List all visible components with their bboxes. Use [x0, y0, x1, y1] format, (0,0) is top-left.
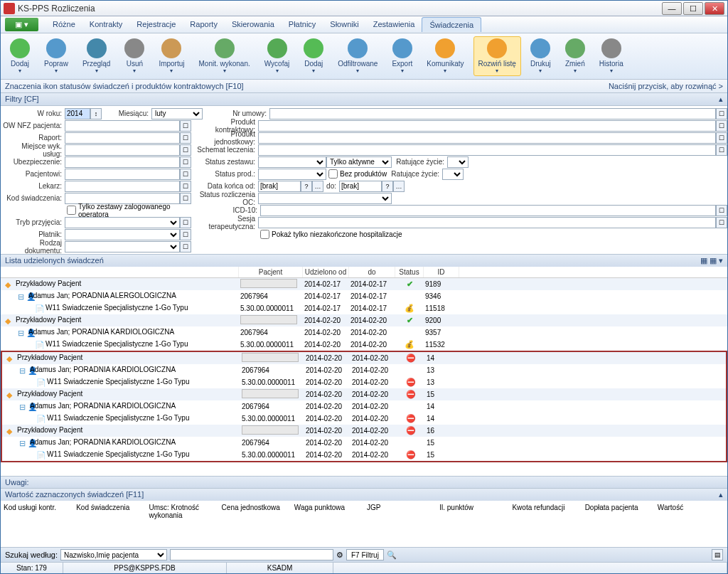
raport-input[interactable] — [65, 132, 180, 144]
filter-button[interactable]: F7 Filtruj — [346, 549, 384, 560]
ownfz-clear[interactable]: ☐ — [180, 120, 191, 132]
rodzajdok-clear[interactable]: ☐ — [180, 241, 191, 253]
prodkontr-input[interactable] — [258, 120, 716, 132]
close-button[interactable]: ✕ — [705, 2, 724, 15]
menu-świadczenia[interactable]: Świadczenia — [422, 17, 481, 32]
dataod-input[interactable] — [258, 181, 301, 192]
value-collapse[interactable]: ▴ — [719, 490, 723, 499]
list-row[interactable]: ⊟ 👤Adamus Jan; PORADNIA KARDIOLOGICZNA20… — [2, 437, 726, 449]
tool-rozwiń-listę[interactable]: Rozwiń listę▾ — [473, 36, 521, 76]
platnik-clear[interactable]: ☐ — [180, 229, 191, 240]
pacjent-clear[interactable]: ☐ — [180, 169, 191, 180]
prodjedn-input[interactable] — [258, 132, 716, 144]
info-right[interactable]: Naciśnij przycisk, aby rozwinąć > — [609, 82, 723, 90]
file-menu-button[interactable]: ▣ ▾ — [5, 18, 38, 31]
year-stepper[interactable]: ↕ — [90, 108, 102, 119]
rodzajdok-select[interactable] — [65, 241, 180, 253]
list-row[interactable]: ◆Przykładowy Pacjent2014-02-202014-02-20… — [2, 352, 726, 364]
lekarz-input[interactable] — [65, 181, 180, 192]
list-row[interactable]: ⊟ 👤Adamus Jan; PORADNIA KARDIOLOGICZNA20… — [2, 400, 726, 413]
raport-clear[interactable]: ☐ — [180, 132, 191, 144]
maximize-button[interactable]: ☐ — [683, 2, 703, 15]
menu-słowniki[interactable]: Słowniki — [323, 17, 365, 32]
search-mode-select[interactable]: Nazwisko,Imię pacjenta — [60, 549, 167, 560]
schemat-clear[interactable]: ☐ — [716, 144, 727, 156]
tool-historia[interactable]: Historia▾ — [594, 36, 628, 76]
list-row[interactable]: ⊟ 👤Adamus Jan; PORADNIA KARDIOLOGICZNA20… — [1, 326, 727, 339]
prodkontr-clear[interactable]: ☐ — [716, 120, 727, 132]
prodjedn-clear[interactable]: ☐ — [716, 132, 727, 144]
trybprz-select[interactable] — [65, 217, 180, 228]
menu-różne[interactable]: Różne — [46, 17, 82, 32]
datado-help[interactable]: ? — [382, 181, 393, 192]
sesjater-input[interactable] — [258, 217, 716, 228]
tool-dodaj[interactable]: Dodaj▾ — [299, 36, 328, 76]
ubezp-input[interactable] — [65, 156, 180, 168]
list-view-buttons[interactable]: ▦ ▦ ▾ — [700, 256, 723, 265]
trybprz-clear[interactable]: ☐ — [180, 217, 191, 228]
ratujace-select[interactable] — [447, 156, 469, 168]
nrumowy-clear[interactable]: ☐ — [716, 108, 727, 119]
menu-skierowania[interactable]: Skierowania — [225, 17, 282, 32]
list-row[interactable]: ◆Przykładowy Pacjent2014-02-202014-02-20… — [1, 314, 727, 326]
list-row[interactable]: 📄W11 Świadczenie Specjalistyczne 1-Go Ty… — [2, 449, 726, 461]
list-row[interactable]: ◆Przykładowy Pacjent2014-02-202014-02-20… — [2, 388, 726, 400]
datado-pick[interactable]: … — [393, 181, 405, 192]
dataod-help[interactable]: ? — [301, 181, 312, 192]
list-row[interactable]: 📄W11 Świadczenie Specjalistyczne 1-Go Ty… — [1, 302, 727, 314]
icd10-input[interactable] — [260, 205, 716, 216]
tool-usuń[interactable]: Usuń▾ — [119, 36, 149, 76]
icd10-clear[interactable]: ☐ — [716, 205, 727, 216]
list-row[interactable]: ◆Przykładowy Pacjent2014-02-172014-02-17… — [1, 278, 727, 290]
gear-icon[interactable]: ⚙ — [336, 551, 343, 560]
statrozl-select[interactable] — [258, 193, 392, 204]
platnik-select[interactable] — [65, 229, 180, 240]
collapse-icon[interactable]: ▴ — [719, 95, 723, 104]
tool-wycofaj[interactable]: Wycofaj▾ — [259, 36, 294, 76]
menu-kontrakty[interactable]: Kontrakty — [82, 17, 129, 32]
datado-input[interactable] — [339, 181, 382, 192]
menu-płatnicy[interactable]: Płatnicy — [282, 17, 323, 32]
list-row[interactable]: 📄W11 Świadczenie Specjalistyczne 1-Go Ty… — [1, 339, 727, 351]
ubezp-clear[interactable]: ☐ — [180, 156, 191, 168]
list-row[interactable]: ⊟ 👤Adamus Jan; PORADNIA KARDIOLOGICZNA20… — [2, 364, 726, 376]
tool-komunikaty[interactable]: Komunikaty▾ — [422, 36, 469, 76]
pacjent-input[interactable] — [65, 169, 180, 180]
list-row[interactable]: ⊟ 👤Adamus Jan; PORADNIA ALERGOLOGICZNA20… — [1, 290, 727, 302]
pokazhosp-check[interactable] — [260, 230, 269, 239]
miejsce-input[interactable] — [65, 144, 180, 156]
ratujace2-select[interactable] — [442, 169, 464, 180]
tool-monit-wykonan-[interactable]: Monit. wykonan.▾ — [194, 36, 255, 76]
statprod-select[interactable] — [258, 169, 326, 180]
sesjater-clear[interactable]: ☐ — [716, 217, 727, 228]
dataod-pick[interactable]: … — [312, 181, 323, 192]
tylkozest-check[interactable] — [67, 206, 76, 215]
ownfz-input[interactable] — [65, 120, 180, 132]
tool-odfiltrowane[interactable]: Odfiltrowane▾ — [333, 36, 382, 76]
search-input[interactable] — [170, 549, 333, 560]
wroku-input[interactable] — [65, 108, 90, 119]
tool-drukuj[interactable]: Drukuj▾ — [525, 36, 556, 76]
list-row[interactable]: 📄W11 Świadczenie Specjalistyczne 1-Go Ty… — [2, 376, 726, 388]
tool-zmień[interactable]: Zmień▾ — [560, 36, 590, 76]
schemat-input[interactable] — [258, 144, 716, 156]
miejsce-clear[interactable]: ☐ — [180, 144, 191, 156]
tool-popraw[interactable]: Popraw▾ — [39, 36, 73, 76]
tool-przegląd[interactable]: Przegląd▾ — [77, 36, 115, 76]
tool-export[interactable]: Export▾ — [387, 36, 417, 76]
menu-zestawienia[interactable]: Zestawienia — [366, 17, 422, 32]
list-grid[interactable]: ◆Przykładowy Pacjent2014-02-172014-02-17… — [1, 278, 727, 476]
minimize-button[interactable]: — — [662, 2, 682, 15]
tool-importuj[interactable]: Importuj▾ — [154, 36, 189, 76]
tylkoakt-select[interactable]: Tylko aktywne — [326, 156, 392, 168]
list-row[interactable]: ◆Przykładowy Pacjent2014-02-202014-02-20… — [2, 425, 726, 437]
bezprod-check[interactable] — [328, 169, 338, 179]
tool-dodaj[interactable]: Dodaj▾ — [5, 36, 35, 76]
search-extra-button[interactable]: ▤ — [712, 549, 723, 560]
binoculars-icon[interactable]: 🔍 — [387, 551, 397, 560]
filters-header[interactable]: Filtry [CF]▴ — [1, 93, 727, 106]
lekarz-clear[interactable]: ☐ — [180, 181, 191, 192]
menu-raporty[interactable]: Raporty — [183, 17, 225, 32]
nrumowy-input[interactable] — [269, 108, 716, 119]
list-row[interactable]: 📄W11 Świadczenie Specjalistyczne 1-Go Ty… — [2, 413, 726, 425]
